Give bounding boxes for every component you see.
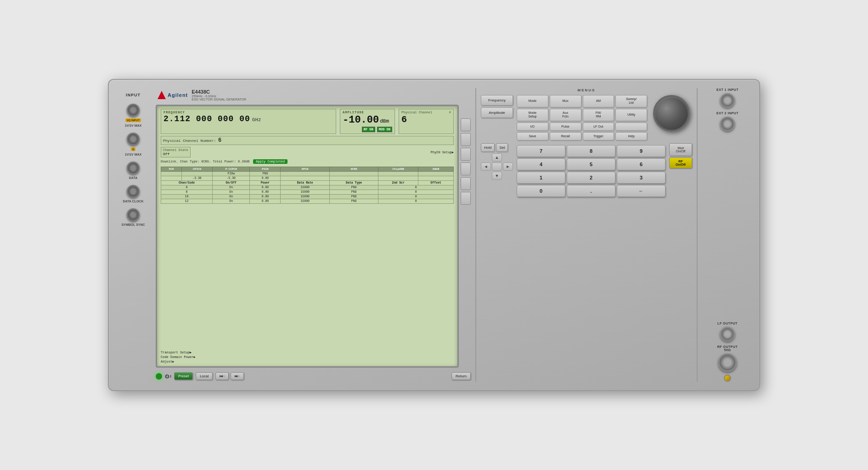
- lcd-side-btn-6[interactable]: [461, 192, 471, 205]
- menu-mode[interactable]: Mode: [517, 95, 548, 107]
- agilent-logo: Agilent: [158, 91, 188, 99]
- return-button[interactable]: Return: [451, 372, 471, 380]
- phys-chan-number-value: 6: [218, 137, 221, 144]
- col-power: Power: [250, 181, 281, 185]
- menu-lf-out[interactable]: LF Out: [583, 123, 614, 131]
- table-section: 9CH CPICH P-CCPCH PICH DPCH 0CNS ChipARB…: [161, 167, 454, 349]
- row3-on: On: [213, 195, 250, 199]
- q-connector: [127, 133, 140, 145]
- transport-setup-btn[interactable]: Transport Setup▶: [161, 351, 454, 354]
- frequency-button[interactable]: Frequency: [481, 95, 513, 106]
- col-data-rate: Data Rate: [281, 181, 329, 185]
- num-4[interactable]: 4: [517, 158, 565, 170]
- phys-chan-number-label: Physical Channel Number:: [163, 139, 216, 143]
- hold-button[interactable]: Hold: [481, 143, 495, 152]
- menu-help[interactable]: Help: [615, 132, 647, 140]
- ext2-input-section: EXT 2 INPUT: [704, 112, 751, 131]
- arrow-center[interactable]: [492, 162, 502, 171]
- num-6[interactable]: 6: [617, 158, 665, 170]
- menu-io[interactable]: I/O: [517, 123, 548, 131]
- num-2[interactable]: 2: [567, 172, 615, 184]
- data-clock-label: DATA CLOCK: [123, 200, 144, 203]
- preset-button[interactable]: Preset: [174, 372, 193, 380]
- brand-header: Agilent E4438C 250kHz - 6.0GHz ESG VECTO…: [156, 88, 471, 102]
- frequency-section: FREQUENCY 2.112 000 000 00 GHz: [161, 109, 336, 134]
- th-9ch: 9CH: [161, 167, 182, 172]
- lcd-top-row: FREQUENCY 2.112 000 000 00 GHz AMPLITUDE…: [161, 109, 454, 134]
- menu-fm-pm[interactable]: FM/ΦM: [583, 109, 614, 121]
- col-on-off: On/Off: [213, 181, 250, 185]
- ext1-connector: [720, 93, 735, 108]
- row2-rate: 15000: [281, 190, 329, 195]
- downlink-info-text: Downlink. Chan Type: 0CNS. Total Power: …: [161, 160, 249, 163]
- local-button[interactable]: Local: [196, 372, 213, 380]
- num-3[interactable]: 3: [617, 172, 665, 184]
- col-2nd-scr: 2nd Scr: [378, 181, 418, 185]
- arrow-up[interactable]: ▲: [492, 153, 502, 162]
- spacer: [704, 135, 751, 318]
- transport-btn-1[interactable]: ⏮◦: [215, 372, 229, 380]
- menu-aux-fctn[interactable]: AuxFctn: [550, 109, 581, 121]
- arrow-down[interactable]: ▼: [492, 172, 502, 180]
- set-button[interactable]: Set: [496, 143, 508, 152]
- lcd-side-btn-3[interactable]: [461, 148, 471, 161]
- num-5[interactable]: 5: [567, 158, 615, 170]
- menu-save[interactable]: Save: [517, 132, 548, 140]
- lcd-side-btn-4[interactable]: [461, 162, 471, 175]
- amplitude-button[interactable]: Amplitude: [481, 107, 513, 118]
- num-9[interactable]: 9: [617, 145, 665, 157]
- menu-pulse[interactable]: Pulse: [550, 123, 581, 131]
- instrument-chassis: INPUT I/Q INPUT 1V/1V MAX Q 1V/1V MAX DA…: [108, 79, 760, 391]
- arrow-right[interactable]: ►: [503, 162, 513, 171]
- left-connector-panel: INPUT I/Q INPUT 1V/1V MAX Q 1V/1V MAX DA…: [115, 88, 151, 382]
- lcd-side-btn-5[interactable]: [461, 177, 471, 190]
- pwr-dpch: [281, 176, 329, 181]
- rf-on-off-button[interactable]: RFOn/Off: [669, 157, 692, 168]
- menu-mux[interactable]: Mux: [550, 95, 581, 107]
- arrow-left[interactable]: ◄: [481, 162, 491, 171]
- power-led: [156, 373, 162, 380]
- amplitude-display: -10.00 dBm: [343, 114, 392, 126]
- panel-divider-2: [697, 88, 698, 382]
- menu-recall[interactable]: Recall: [550, 132, 581, 140]
- num-1[interactable]: 1: [517, 172, 565, 184]
- num-0[interactable]: 0: [517, 185, 565, 197]
- th-cpich: CPICH: [182, 167, 213, 172]
- num-8[interactable]: 8: [567, 145, 615, 157]
- code-domain-power-btn[interactable]: Code Domain Power▶: [161, 355, 454, 359]
- rotary-knob[interactable]: [653, 95, 690, 132]
- iq-label: I/Q INPUT: [125, 118, 141, 122]
- menu-am[interactable]: AM: [583, 95, 614, 107]
- num-backspace[interactable]: ←: [617, 185, 665, 197]
- controls-area: MENUS Frequency Amplitude Mode Mux AM Sw…: [481, 88, 692, 382]
- freq-amp-buttons: Frequency Amplitude: [481, 95, 513, 140]
- num-7[interactable]: 7: [517, 145, 565, 157]
- lf-output-section: LF OUTPUT: [704, 322, 751, 341]
- menu-empty: [615, 123, 647, 131]
- pwr-pich: 0.00: [250, 176, 281, 181]
- menu-sweep-list[interactable]: Sweep/List: [615, 95, 647, 107]
- data-clock-connector: [127, 185, 140, 198]
- menu-utility[interactable]: Utility: [615, 109, 647, 121]
- adjust-btn[interactable]: Adjust▶: [161, 360, 454, 364]
- row4-on: On: [213, 199, 250, 204]
- row4-type: PN9: [329, 199, 378, 204]
- transport-btn-2[interactable]: ⏭◦: [231, 372, 244, 380]
- phych-setup-btn[interactable]: PhyCH Setup▶: [431, 151, 454, 154]
- lcd-side-btn-1[interactable]: [461, 118, 471, 131]
- hold-set-row: Hold Set: [481, 143, 513, 152]
- phys-chan-number-row: Physical Channel Number: 6: [161, 136, 454, 145]
- frequency-value: 2.112 000 000 00: [163, 114, 250, 123]
- menu-trigger[interactable]: Trigger: [583, 132, 614, 140]
- amplitude-unit: dBm: [380, 118, 389, 124]
- number-pad: 7 8 9 4 5 6 1 2 3 0 . ←: [517, 145, 665, 197]
- display-column: Agilent E4438C 250kHz - 6.0GHz ESG VECTO…: [156, 88, 471, 382]
- setup-menu-items: Transport Setup▶ Code Domain Power▶ Adju…: [161, 351, 454, 364]
- th-dpch: DPCH: [281, 167, 329, 172]
- num-decimal[interactable]: .: [567, 185, 615, 197]
- table-row: 8 On 0.00 15000 PN9 0: [161, 190, 454, 195]
- mod-on-off-button[interactable]: ModOn/Off: [669, 143, 692, 156]
- channel-controls-row: Channel State Off PhyCH Setup▶: [161, 147, 454, 157]
- lcd-side-btn-2[interactable]: [461, 133, 471, 146]
- menu-mode-setup[interactable]: ModeSetup: [517, 109, 548, 121]
